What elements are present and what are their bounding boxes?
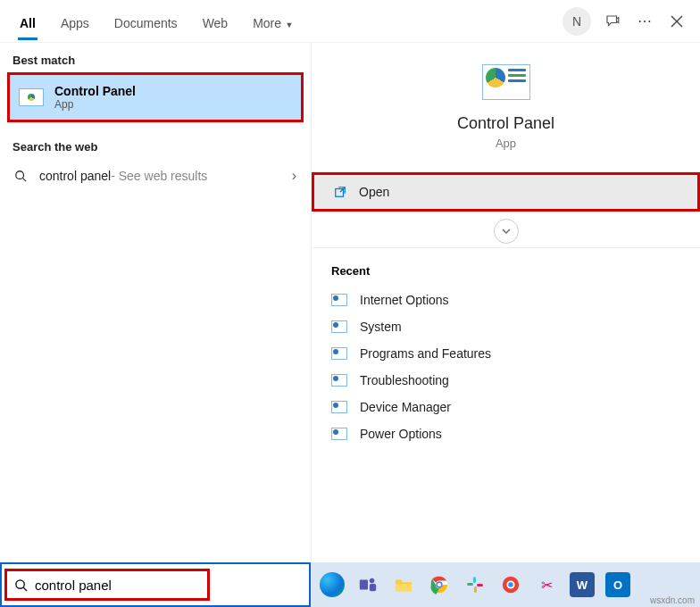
svg-rect-11 — [396, 584, 412, 591]
recent-item[interactable]: Programs and Features — [331, 340, 680, 367]
best-match-result[interactable]: Control Panel App — [10, 75, 301, 120]
chrome-canary-icon[interactable] — [498, 572, 523, 597]
best-match-title: Control Panel — [54, 84, 136, 98]
close-icon[interactable] — [661, 5, 693, 37]
best-match-label: Best match — [0, 43, 311, 72]
svg-point-2 — [16, 171, 24, 179]
control-panel-icon-large — [482, 64, 530, 100]
chevron-right-icon: › — [292, 168, 296, 184]
tab-documents[interactable]: Documents — [102, 4, 190, 39]
search-icon — [14, 170, 30, 182]
recent-label: Recent — [331, 264, 680, 278]
filter-tabs: All Apps Documents Web More ▼ — [7, 4, 306, 39]
svg-rect-17 — [474, 586, 477, 593]
applet-icon — [331, 374, 347, 387]
taskbar: ✂ W O wsxdn.com — [311, 562, 700, 607]
open-action-highlight: Open — [312, 172, 700, 212]
search-icon — [14, 578, 28, 592]
best-match-subtitle: App — [54, 98, 136, 111]
preview-subtitle: App — [496, 137, 516, 150]
search-box[interactable] — [0, 562, 311, 607]
applet-icon — [331, 401, 347, 413]
svg-line-3 — [23, 179, 27, 182]
applet-icon — [331, 347, 347, 360]
recent-item[interactable]: Troubleshooting — [331, 367, 680, 394]
preview-panel: Control Panel App Open Recent Internet O… — [311, 43, 700, 562]
search-highlight — [4, 569, 210, 601]
search-web-label: Search the web — [0, 129, 311, 159]
svg-rect-10 — [370, 584, 376, 591]
tab-all[interactable]: All — [7, 4, 48, 39]
web-query-text: control panel — [39, 169, 111, 183]
more-options-icon[interactable]: ⋯ — [629, 5, 661, 37]
open-icon — [334, 186, 346, 198]
preview-title: Control Panel — [457, 114, 554, 133]
svg-point-6 — [16, 579, 24, 587]
open-label: Open — [359, 185, 389, 199]
user-avatar[interactable]: N — [562, 7, 591, 36]
outlook-icon[interactable]: O — [605, 572, 630, 597]
preview-header: Control Panel App — [312, 43, 700, 171]
tab-web[interactable]: Web — [190, 4, 241, 39]
results-panel: Best match Control Panel App Search the … — [0, 43, 311, 562]
control-panel-icon — [19, 88, 44, 106]
search-input[interactable] — [35, 578, 207, 593]
word-icon[interactable]: W — [570, 572, 595, 597]
expand-actions-button[interactable] — [494, 219, 519, 244]
svg-rect-8 — [360, 580, 368, 590]
watermark: wsxdn.com — [650, 595, 695, 605]
svg-rect-16 — [467, 583, 473, 586]
svg-point-21 — [508, 582, 513, 587]
recent-item[interactable]: Power Options — [331, 420, 680, 447]
applet-icon — [331, 320, 347, 333]
svg-point-9 — [370, 578, 375, 584]
applet-icon — [331, 294, 347, 306]
snip-icon[interactable]: ✂ — [534, 572, 559, 597]
web-query-sub: - See web results — [111, 169, 207, 183]
chevron-down-icon: ▼ — [283, 21, 293, 29]
chrome-icon[interactable] — [427, 572, 452, 597]
recent-item[interactable]: Device Manager — [331, 394, 680, 420]
best-match-highlight: Control Panel App — [7, 72, 304, 122]
tab-more[interactable]: More ▼ — [240, 4, 305, 39]
teams-icon[interactable] — [355, 572, 380, 597]
search-web-result[interactable]: control panel - See web results › — [0, 159, 311, 193]
svg-rect-18 — [477, 584, 483, 586]
applet-icon — [331, 428, 347, 440]
feedback-icon[interactable] — [596, 5, 629, 37]
svg-line-7 — [23, 587, 27, 591]
svg-line-5 — [340, 187, 345, 192]
edge-icon[interactable] — [320, 572, 345, 597]
svg-point-14 — [438, 583, 441, 586]
svg-rect-15 — [473, 577, 476, 583]
recent-item[interactable]: System — [331, 313, 680, 340]
actions-section: Open — [312, 171, 700, 248]
recent-item[interactable]: Internet Options — [331, 287, 680, 313]
header-bar: All Apps Documents Web More ▼ N ⋯ — [0, 0, 700, 43]
tab-apps[interactable]: Apps — [48, 4, 102, 39]
file-explorer-icon[interactable] — [391, 572, 416, 597]
recent-section: Recent Internet Options System Programs … — [312, 248, 700, 562]
open-action[interactable]: Open — [314, 175, 697, 209]
bottom-bar: ✂ W O wsxdn.com — [0, 562, 700, 607]
slack-icon[interactable] — [462, 572, 488, 597]
